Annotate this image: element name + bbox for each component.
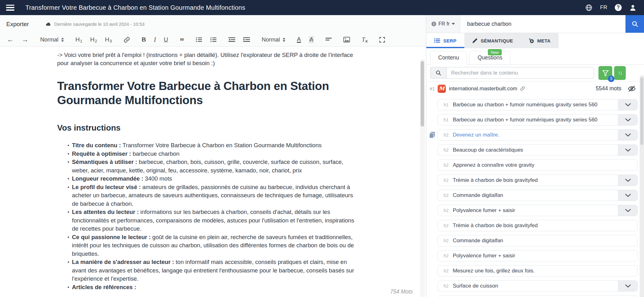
serp-heading-row[interactable]: h2Surface de cuisson bbox=[438, 280, 638, 292]
eye-slash-icon[interactable] bbox=[628, 85, 636, 92]
underline-button[interactable]: U bbox=[164, 36, 168, 43]
h3-button[interactable]: H3 bbox=[105, 36, 112, 43]
paragraph-style-select[interactable]: Normal bbox=[40, 36, 64, 43]
highlight-color-icon[interactable]: A bbox=[309, 36, 314, 43]
serp-panel: FR fr bbox=[426, 15, 644, 297]
doc-bullet: Sémantiques à utiliser :barbecue, charbo… bbox=[68, 158, 355, 175]
copy-icon[interactable] bbox=[429, 132, 435, 138]
chevron-down-icon[interactable] bbox=[618, 190, 637, 201]
chevron-down-icon[interactable] bbox=[618, 205, 637, 216]
h2-button[interactable]: H2 bbox=[90, 36, 97, 43]
globe-icon[interactable] bbox=[585, 4, 592, 11]
query-input[interactable] bbox=[460, 15, 625, 33]
menu-icon[interactable] bbox=[6, 5, 14, 11]
doc-bullet: Ce qui passionne le lecteur :goût de la … bbox=[68, 233, 355, 258]
chevron-updown-icon bbox=[283, 38, 285, 42]
doc-bullet: Articles de références : bbox=[68, 283, 355, 292]
serp-heading-row[interactable]: h2Commande digitalfan bbox=[438, 235, 638, 246]
chevron-down-icon[interactable] bbox=[618, 145, 637, 155]
blockquote-icon[interactable]: ” bbox=[180, 40, 184, 43]
list-icon bbox=[434, 38, 440, 43]
chevron-down-icon[interactable] bbox=[618, 175, 637, 186]
editor-toolbar: ← → Normal H1 H2 H3 B I U ” bbox=[0, 33, 426, 47]
serp-heading-row[interactable]: h2Beaucoup de caractéristiques bbox=[438, 144, 638, 156]
sort-button[interactable]: ↑↓ bbox=[614, 66, 626, 80]
image-icon[interactable] bbox=[343, 37, 350, 42]
export-button[interactable]: Exporter bbox=[6, 21, 29, 28]
italic-button[interactable]: I bbox=[154, 36, 156, 43]
serp-heading-row[interactable]: h2Apprenez à connaître votre gravity bbox=[438, 160, 638, 171]
text-color-icon[interactable]: A bbox=[297, 36, 301, 43]
link-icon[interactable] bbox=[520, 86, 525, 91]
chevron-down-icon[interactable] bbox=[618, 281, 637, 291]
serp-heading-row[interactable]: h2Trémie à charbon de bois gravityfed bbox=[438, 220, 638, 231]
filter-button[interactable]: 3 bbox=[598, 66, 612, 80]
doc-bullet: Les attentes du lecteur :informations su… bbox=[68, 208, 355, 233]
pencil-icon bbox=[472, 38, 478, 43]
locale-label[interactable]: FR bbox=[600, 4, 607, 11]
doc-bullet: Le profil du lecteur visé :amateurs de g… bbox=[68, 183, 355, 208]
topbar-actions: FR ? bbox=[585, 4, 636, 11]
result-rank: #1 bbox=[430, 86, 435, 91]
redo-icon[interactable]: → bbox=[22, 36, 29, 44]
serp-heading-row[interactable]: h2Mesurez une fois, grillez deux fois. bbox=[438, 265, 638, 277]
chevron-down-icon[interactable] bbox=[618, 115, 637, 125]
bullet-list-icon[interactable] bbox=[210, 37, 217, 42]
doc-subtitle: Vos instructions bbox=[57, 123, 355, 133]
indent-icon[interactable] bbox=[243, 37, 250, 42]
fullscreen-icon[interactable] bbox=[379, 37, 385, 43]
tab-contenu[interactable]: Contenu bbox=[430, 51, 467, 64]
outdent-icon[interactable] bbox=[228, 37, 235, 42]
serp-headings-list: h1Barbecue au charbon + fumoir numérique… bbox=[426, 96, 644, 297]
serp-heading-row[interactable]: h1Barbecue au charbon + fumoir numérique… bbox=[438, 99, 638, 110]
serp-heading-row[interactable]: h2Devenez un maître. bbox=[438, 129, 638, 141]
result-domain[interactable]: international.masterbuilt.com bbox=[449, 86, 517, 92]
globe-icon bbox=[431, 21, 436, 26]
h1-button[interactable]: H1 bbox=[75, 36, 82, 43]
last-saved-text: Dernière sauvegarde le 10 avril 2024 - 1… bbox=[54, 22, 145, 27]
doc-bullet: Requête à optimiser :barbecue charbon bbox=[68, 150, 355, 158]
content-tab-bar: Contenu Questions New bbox=[426, 48, 644, 64]
serp-heading-row[interactable]: h1Barbecue au charbon + fumoir numérique… bbox=[438, 114, 638, 126]
tab-meta[interactable]: META bbox=[521, 33, 559, 48]
content-search-icon-button[interactable] bbox=[430, 67, 446, 79]
serp-result-row[interactable]: #1 M international.masterbuilt.com 5544 … bbox=[426, 81, 644, 96]
doc-title: Transformer Votre Barbecue à Charbon en … bbox=[57, 79, 355, 107]
meteor-icon bbox=[529, 38, 534, 43]
tab-semantique[interactable]: SÉMANTIQUE bbox=[464, 33, 521, 48]
serp-heading-row-partial[interactable] bbox=[438, 295, 638, 297]
serp-heading-row[interactable]: h2Polyvalence fumer + saisir bbox=[438, 250, 638, 261]
new-badge: New bbox=[488, 49, 502, 55]
cloud-save-icon bbox=[45, 22, 51, 26]
editor-pane: Exporter Dernière sauvegarde le 10 avril… bbox=[0, 15, 426, 297]
bold-button[interactable]: B bbox=[142, 36, 146, 43]
serp-heading-row[interactable]: h2Trémie à charbon de bois gravityfed bbox=[438, 175, 638, 186]
font-size-select[interactable]: Normal bbox=[262, 36, 285, 43]
align-icon[interactable] bbox=[325, 37, 332, 42]
tab-serp[interactable]: SERP bbox=[426, 33, 464, 48]
search-icon bbox=[435, 70, 441, 76]
serp-heading-row[interactable]: h2Polyvalence fumer + saisir bbox=[438, 205, 638, 216]
link-icon[interactable] bbox=[123, 36, 130, 43]
doc-instructions-list: Titre du contenu :Transformer Votre Barb… bbox=[57, 141, 355, 291]
search-button[interactable] bbox=[625, 15, 644, 33]
editor-scrollbar-thumb[interactable] bbox=[421, 61, 424, 126]
chevron-down-icon[interactable] bbox=[618, 99, 637, 110]
content-search-input[interactable] bbox=[446, 67, 594, 79]
language-label: FR fr bbox=[439, 21, 450, 27]
sort-icon: ↑↓ bbox=[618, 70, 622, 76]
user-icon[interactable] bbox=[629, 4, 636, 11]
serp-tab-bar: SERP SÉMANTIQUE bbox=[426, 33, 644, 48]
tab-serp-label: SERP bbox=[443, 38, 456, 43]
ordered-list-icon[interactable] bbox=[196, 37, 202, 42]
serp-heading-row[interactable]: h2Commande digitalfan bbox=[438, 190, 638, 201]
panel-scrollbar-thumb[interactable] bbox=[640, 77, 643, 145]
document-editor[interactable]: -> Voici votre brief prêt à l'emploi ! (… bbox=[0, 47, 426, 291]
chevron-down-icon[interactable] bbox=[618, 130, 637, 140]
undo-icon[interactable]: ← bbox=[7, 36, 14, 44]
help-icon[interactable]: ? bbox=[615, 4, 622, 11]
clear-format-icon[interactable]: Tx bbox=[362, 36, 368, 43]
language-select[interactable]: FR fr bbox=[426, 15, 460, 33]
tab-meta-label: META bbox=[537, 38, 551, 43]
chevron-updown-icon bbox=[61, 38, 64, 42]
